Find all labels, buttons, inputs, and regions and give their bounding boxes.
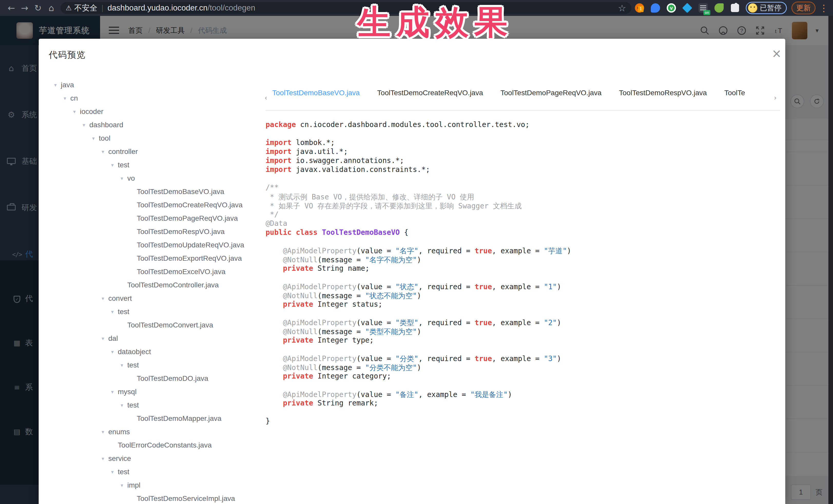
tab-ToolTestDemoCreateReqVO.java[interactable]: ToolTestDemoCreateReqVO.java bbox=[368, 85, 492, 110]
tree-node-file[interactable]: ▾ToolTestDemoController.java bbox=[39, 279, 265, 292]
extension-row: 1 v on bbox=[635, 3, 741, 13]
tree-node-dir[interactable]: ▾controller bbox=[39, 145, 265, 158]
caret-down-icon[interactable]: ▾ bbox=[121, 175, 127, 182]
code-line: @NotNull(message = "状态不能为空") bbox=[266, 291, 778, 300]
code-line: @Data bbox=[266, 219, 778, 228]
caret-down-icon[interactable]: ▾ bbox=[102, 456, 108, 462]
code-line: package cn.iocoder.dashboard.modules.too… bbox=[266, 120, 778, 129]
tree-node-file[interactable]: ▾ToolTestDemoExcelVO.java bbox=[39, 265, 265, 279]
tree-node-file[interactable]: ▾ToolTestDemoServiceImpl.java bbox=[39, 492, 265, 504]
tree-node-file[interactable]: ▾ToolTestDemoRespVO.java bbox=[39, 225, 265, 238]
tree-node-dir[interactable]: ▾test bbox=[39, 359, 265, 372]
tree-node-file[interactable]: ▾ToolTestDemoBaseVO.java bbox=[39, 185, 265, 198]
tree-node-file[interactable]: ▾ToolTestDemoExportReqVO.java bbox=[39, 252, 265, 265]
caret-down-icon[interactable]: ▾ bbox=[92, 135, 99, 141]
extensions-puzzle-icon[interactable] bbox=[731, 4, 739, 12]
tree-node-dir[interactable]: ▾impl bbox=[39, 479, 265, 492]
dialog-title: 代码预览 bbox=[49, 49, 86, 61]
code-line bbox=[266, 129, 778, 138]
close-icon[interactable]: × bbox=[772, 46, 782, 60]
kebab-menu-icon[interactable]: ⋮ bbox=[819, 3, 828, 13]
tree-node-label: convert bbox=[108, 294, 132, 303]
extension-orange-icon[interactable]: 1 bbox=[635, 3, 644, 13]
extension-green-icon[interactable]: v bbox=[667, 3, 676, 13]
tree-node-dir[interactable]: ▾tool bbox=[39, 131, 265, 145]
caret-down-icon[interactable]: ▾ bbox=[102, 295, 108, 302]
extension-diamond-icon[interactable] bbox=[682, 3, 692, 13]
caret-down-icon[interactable]: ▾ bbox=[102, 429, 108, 435]
extension-sprout-icon[interactable] bbox=[714, 3, 724, 13]
tree-node-file[interactable]: ▾ToolTestDemoMapper.java bbox=[39, 412, 265, 425]
tree-node-label: ToolTestDemoConvert.java bbox=[127, 321, 213, 329]
tree-node-label: impl bbox=[127, 481, 140, 489]
tree-node-dir[interactable]: ▾dal bbox=[39, 332, 265, 345]
caret-down-icon[interactable]: ▾ bbox=[102, 149, 108, 155]
tree-node-file[interactable]: ▾ToolTestDemoDO.java bbox=[39, 372, 265, 385]
tree-node-dir[interactable]: ▾test bbox=[39, 399, 265, 412]
profile-emoji-icon bbox=[748, 3, 757, 13]
home-icon[interactable]: ⌂ bbox=[45, 3, 58, 13]
url-path[interactable]: /tool/codegen bbox=[208, 3, 255, 13]
back-arrow-icon[interactable]: ← bbox=[5, 3, 18, 13]
caret-down-icon[interactable]: ▾ bbox=[111, 349, 118, 355]
tree-node-dir[interactable]: ▾cn bbox=[39, 92, 265, 105]
code-line: private String remark; bbox=[266, 399, 778, 408]
tree-node-dir[interactable]: ▾java bbox=[39, 78, 265, 92]
caret-down-icon[interactable]: ▾ bbox=[111, 162, 118, 168]
tree-node-file[interactable]: ▾ToolErrorCodeConstants.java bbox=[39, 438, 265, 452]
caret-down-icon[interactable]: ▾ bbox=[82, 122, 89, 128]
caret-down-icon[interactable]: ▾ bbox=[121, 362, 127, 368]
code-line: } bbox=[266, 417, 778, 426]
profile-chip[interactable]: 已暂停 bbox=[746, 2, 787, 14]
code-line: @NotNull(message = "名字不能为空") bbox=[266, 255, 778, 264]
extension-drop-icon[interactable] bbox=[651, 3, 660, 13]
caret-down-icon[interactable]: ▾ bbox=[111, 469, 118, 475]
tree-node-file[interactable]: ▾ToolTestDemoCreateReqVO.java bbox=[39, 198, 265, 212]
caret-down-icon[interactable]: ▾ bbox=[102, 335, 108, 341]
refresh-icon[interactable]: ↻ bbox=[31, 3, 45, 13]
tree-node-label: dataobject bbox=[118, 348, 151, 356]
tree-node-dir[interactable]: ▾enums bbox=[39, 425, 265, 438]
tree-node-dir[interactable]: ▾mysql bbox=[39, 385, 265, 399]
caret-down-icon[interactable]: ▾ bbox=[111, 389, 118, 395]
tree-node-file[interactable]: ▾ToolTestDemoConvert.java bbox=[39, 318, 265, 332]
tree-node-dir[interactable]: ▾test bbox=[39, 158, 265, 172]
forward-arrow-icon[interactable]: → bbox=[18, 3, 31, 13]
tab-ToolTestDemoRespVO.java[interactable]: ToolTestDemoRespVO.java bbox=[610, 85, 715, 110]
code-preview-dialog: 代码预览 × ▾java▾cn▾iocoder▾dashboard▾tool▾c… bbox=[39, 39, 785, 504]
tree-node-dir[interactable]: ▾iocoder bbox=[39, 105, 265, 118]
tab-ToolTestDemoPageReqVO.java[interactable]: ToolTestDemoPageReqVO.java bbox=[492, 85, 610, 110]
tree-node-dir[interactable]: ▾test bbox=[39, 465, 265, 479]
tree-node-dir[interactable]: ▾convert bbox=[39, 292, 265, 305]
tree-node-dir[interactable]: ▾dataobject bbox=[39, 345, 265, 359]
tree-node-dir[interactable]: ▾test bbox=[39, 305, 265, 318]
url-host[interactable]: dashboard.yudao.iocoder.cn bbox=[108, 3, 208, 13]
code-line bbox=[266, 408, 778, 417]
code-line: private Integer status; bbox=[266, 300, 778, 309]
bookmark-star-icon[interactable]: ☆ bbox=[618, 3, 626, 13]
caret-down-icon[interactable]: ▾ bbox=[121, 482, 127, 488]
extension-list-icon[interactable]: on bbox=[698, 3, 708, 13]
tree-node-dir[interactable]: ▾dashboard bbox=[39, 118, 265, 131]
tab-scroll-next-icon[interactable]: › bbox=[774, 85, 781, 110]
caret-down-icon[interactable]: ▾ bbox=[111, 309, 118, 315]
tree-node-label: ToolTestDemoServiceImpl.java bbox=[137, 495, 235, 503]
tree-node-dir[interactable]: ▾service bbox=[39, 452, 265, 465]
security-warning-icon[interactable]: ⚠ bbox=[66, 4, 72, 12]
caret-down-icon[interactable]: ▾ bbox=[121, 402, 127, 408]
tab-scroll-prev-icon[interactable]: ‹ bbox=[265, 85, 271, 110]
security-label[interactable]: 不安全 bbox=[74, 3, 97, 13]
tree-node-file[interactable]: ▾ToolTestDemoPageReqVO.java bbox=[39, 212, 265, 225]
tree-node-label: test bbox=[118, 468, 129, 476]
browser-scrollbar[interactable] bbox=[828, 16, 833, 504]
tab-ToolTestDemoBaseVO.java[interactable]: ToolTestDemoBaseVO.java bbox=[272, 85, 368, 110]
url-bar[interactable]: ⚠ 不安全 | dashboard.yudao.iocoder.cn /tool… bbox=[61, 2, 631, 14]
caret-down-icon[interactable]: ▾ bbox=[64, 95, 70, 101]
caret-down-icon[interactable]: ▾ bbox=[73, 109, 80, 115]
caret-down-icon[interactable]: ▾ bbox=[54, 82, 61, 88]
tab-ToolTe[interactable]: ToolTe bbox=[715, 85, 754, 110]
tree-node-file[interactable]: ▾ToolTestDemoUpdateReqVO.java bbox=[39, 238, 265, 252]
file-tabs: ‹ ToolTestDemoBaseVO.javaToolTestDemoCre… bbox=[266, 85, 780, 111]
tree-node-dir[interactable]: ▾vo bbox=[39, 172, 265, 185]
update-button[interactable]: 更新 bbox=[791, 2, 815, 15]
